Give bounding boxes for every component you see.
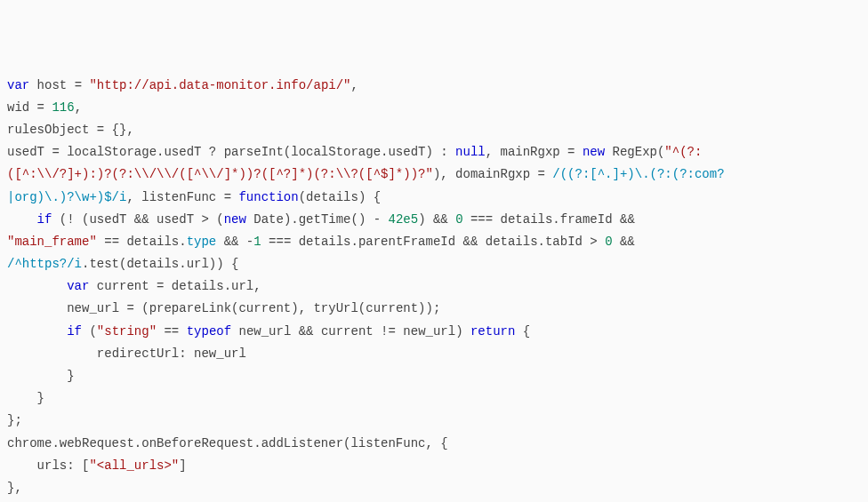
code-block: var host = "http://api.data-monitor.info… <box>7 75 861 502</box>
